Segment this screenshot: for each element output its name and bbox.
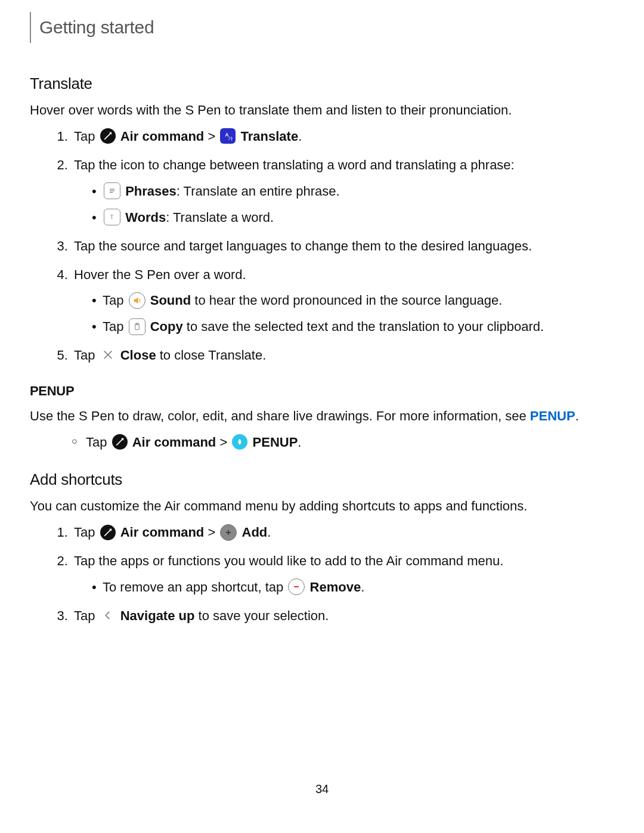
penup-intro: Use the S Pen to draw, color, edit, and … [30,407,614,426]
translate-step-2-sub-2: T Words: Translate a word. [92,208,614,227]
add-icon [220,524,237,541]
svg-text:T: T [110,214,114,220]
copy-icon [129,318,145,335]
shortcuts-step-3: Tap Navigate up to save your selection. [72,606,614,625]
shortcuts-step-2: Tap the apps or functions you would like… [72,552,614,597]
shortcuts-step-1: Tap Air command > Add. [72,523,614,542]
svg-text:가: 가 [228,136,233,141]
air-command-icon [112,434,128,450]
phrases-icon [104,182,120,199]
heading-translate: Translate [30,73,614,95]
words-icon: T [104,209,120,225]
translate-step-4-sub-1: Tap Sound to hear the word pronounced in… [92,291,614,310]
translate-step-4-sub-2: Tap Copy to save the selected text and t… [92,317,614,336]
remove-icon [288,578,305,595]
translate-step-3: Tap the source and target languages to c… [72,237,614,256]
close-icon [100,347,116,363]
penup-icon [232,434,247,450]
translate-step-2-sub-1: Phrases: Translate an entire phrase. [92,182,614,201]
heading-penup: PENUP [30,382,614,401]
heading-shortcuts: Add shortcuts [30,469,614,491]
translate-step-4: Hover the S Pen over a word. Tap Sound t… [72,265,614,337]
translate-intro: Hover over words with the S Pen to trans… [30,101,614,120]
penup-step: Tap Air command > PENUP. [72,433,614,452]
breadcrumb: Getting started [30,12,614,43]
page-number: 34 [30,781,614,798]
translate-step-2: Tap the icon to change between translati… [72,156,614,227]
translate-icon: A가 [220,128,236,144]
air-command-icon [100,128,116,144]
translate-step-5: Tap Close to close Translate. [72,346,614,365]
sound-icon [129,292,145,309]
navigate-up-icon [100,608,116,623]
shortcuts-intro: You can customize the Air command menu b… [30,497,614,516]
shortcuts-step-2-sub: To remove an app shortcut, tap Remove. [92,578,614,597]
air-command-icon [100,525,116,540]
penup-link[interactable]: PENUP [530,408,575,423]
translate-step-1: Tap Air command > A가 Translate. [72,127,614,146]
